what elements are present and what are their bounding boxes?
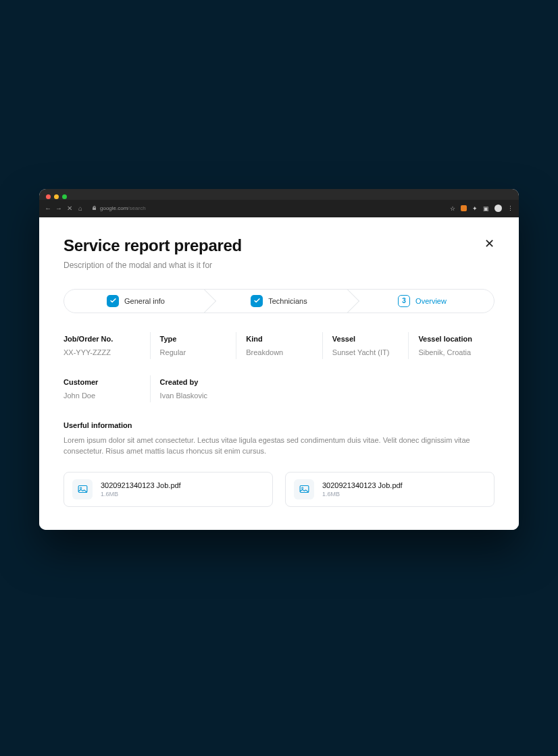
detail-label: Kind (246, 335, 313, 343)
file-size: 1.6MB (101, 491, 181, 497)
info-text: Lorem ipsum dolor sit amet consectetur. … (64, 435, 494, 457)
detail-label: Vessel location (418, 335, 485, 343)
step-overview[interactable]: 3 Overview (351, 290, 494, 313)
detail-created-by: Created by Ivan Blaskovic (150, 375, 236, 402)
window-maximize-button[interactable] (62, 194, 67, 199)
page-title: Service report prepared (64, 236, 242, 255)
check-icon (107, 295, 119, 307)
svg-point-3 (301, 487, 303, 489)
check-icon (251, 295, 263, 307)
detail-value: Sibenik, Croatia (418, 348, 485, 356)
file-name: 3020921340123 Job.pdf (101, 481, 181, 489)
panel-icon[interactable]: ▣ (483, 205, 489, 212)
detail-type: Type Regular (150, 332, 236, 359)
step-technicians[interactable]: Technicians (207, 290, 351, 313)
page-subtitle: Description of the modal and what is it … (64, 261, 242, 270)
detail-vessel: Vessel Sunset Yacht (IT) (322, 332, 409, 359)
detail-label: Customer (64, 378, 141, 386)
details-grid: Job/Order No. XX-YYY-ZZZZ Type Regular K… (64, 332, 494, 402)
file-attachment[interactable]: 3020921340123 Job.pdf 1.6MB (64, 472, 273, 507)
detail-value: Ivan Blaskovic (160, 392, 227, 400)
file-icon (294, 479, 314, 500)
browser-toolbar: ← → ✕ ⌂ 🔒︎ google.com/search ☆ ✦ ▣ ⋮ (39, 200, 519, 217)
url-text: google.com/search (100, 205, 146, 211)
file-icon (72, 479, 93, 500)
window-minimize-button[interactable] (54, 194, 59, 199)
detail-label: Vessel (332, 335, 399, 343)
detail-vessel-location: Vessel location Sibenik, Croatia (408, 332, 494, 359)
detail-value: Breakdown (246, 348, 313, 356)
detail-label: Type (160, 335, 227, 343)
detail-value: Regular (160, 348, 227, 356)
modal-header: Service report prepared Description of t… (64, 236, 494, 270)
kebab-icon[interactable]: ⋮ (507, 205, 513, 212)
browser-window: ← → ✕ ⌂ 🔒︎ google.com/search ☆ ✦ ▣ ⋮ Ser… (39, 189, 519, 530)
nav-arrows: ← → ✕ ⌂ (45, 205, 84, 212)
detail-job-order: Job/Order No. XX-YYY-ZZZZ (64, 332, 150, 359)
useful-information: Userful information Lorem ipsum dolor si… (64, 421, 494, 457)
puzzle-icon[interactable]: ✦ (472, 205, 478, 212)
close-icon: ✕ (484, 237, 494, 250)
star-icon[interactable]: ☆ (450, 205, 455, 212)
file-name: 3020921340123 Job.pdf (322, 481, 403, 489)
file-size: 1.6MB (322, 491, 403, 497)
detail-value: John Doe (64, 392, 141, 400)
browser-chrome: ← → ✕ ⌂ 🔒︎ google.com/search ☆ ✦ ▣ ⋮ (39, 189, 519, 217)
step-label: Overview (415, 297, 447, 305)
step-label: Technicians (268, 297, 307, 305)
title-bar (39, 189, 519, 200)
back-icon[interactable]: ← (45, 205, 51, 212)
info-title: Userful information (64, 421, 494, 429)
avatar[interactable] (494, 205, 502, 212)
step-label: General info (124, 297, 165, 305)
detail-customer: Customer John Doe (64, 375, 150, 402)
files-row: 3020921340123 Job.pdf 1.6MB 302092134012… (64, 472, 494, 507)
detail-value: XX-YYY-ZZZZ (64, 348, 141, 356)
close-button[interactable]: ✕ (484, 236, 494, 251)
extension-icon[interactable] (461, 205, 467, 211)
detail-kind: Kind Breakdown (236, 332, 322, 359)
home-icon[interactable]: ⌂ (77, 205, 84, 212)
svg-point-1 (80, 487, 81, 489)
lock-icon: 🔒︎ (92, 205, 97, 211)
stop-icon[interactable]: ✕ (66, 205, 73, 212)
stepper: General info Technicians 3 Overview (64, 289, 494, 313)
modal-content: Service report prepared Description of t… (39, 217, 519, 530)
forward-icon[interactable]: → (55, 205, 62, 212)
toolbar-right: ☆ ✦ ▣ ⋮ (450, 205, 513, 212)
detail-label: Created by (160, 378, 227, 386)
detail-value: Sunset Yacht (IT) (332, 348, 399, 356)
step-number: 3 (398, 295, 410, 307)
detail-label: Job/Order No. (64, 335, 141, 343)
window-close-button[interactable] (46, 194, 51, 199)
file-attachment[interactable]: 3020921340123 Job.pdf 1.6MB (285, 472, 494, 507)
step-general-info[interactable]: General info (64, 290, 207, 313)
address-bar[interactable]: 🔒︎ google.com/search (89, 205, 445, 211)
